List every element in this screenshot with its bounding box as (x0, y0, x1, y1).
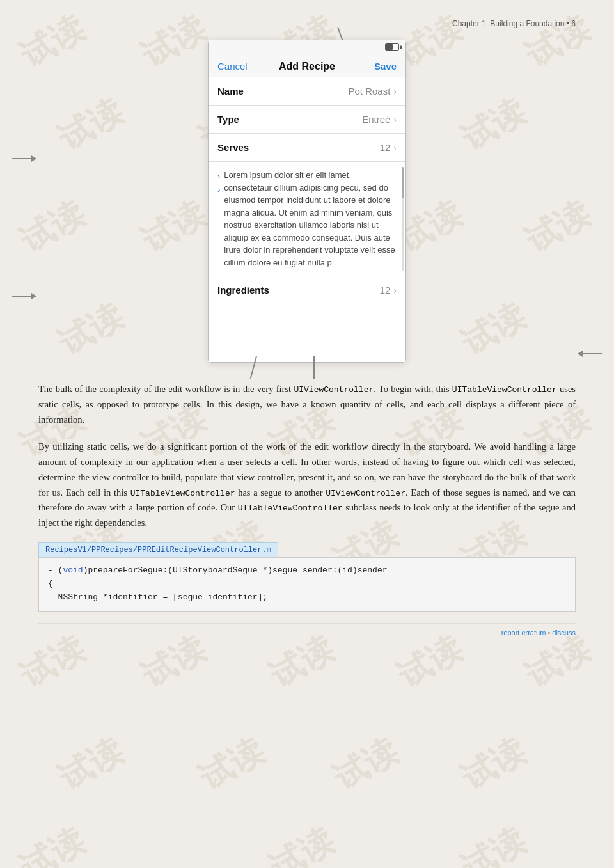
status-bar (209, 40, 405, 54)
arrow-textarea (12, 296, 36, 297)
inline-code-4: UIViewController (326, 489, 405, 498)
chevron-right-icon: › (393, 114, 397, 125)
phone-mockup-wrap: Cancel Add Recipe Save Name Pot Roast › … (38, 40, 576, 363)
text-arrows: › › (217, 169, 220, 197)
diagonal-line-bottom-center (313, 356, 315, 379)
nav-bar-title: Add Recipe (279, 61, 335, 72)
paragraph-2: By utilizing static cells, we do a signi… (38, 439, 576, 532)
arrow-right (578, 353, 602, 354)
arrow-name (12, 158, 36, 159)
name-value: Pot Roast › (348, 86, 397, 97)
serves-value: 12 › (380, 142, 397, 153)
phone-mockup: Cancel Add Recipe Save Name Pot Roast › … (208, 40, 406, 363)
chevron-right-icon: › (393, 285, 397, 296)
empty-area (209, 304, 405, 362)
ingredients-cell[interactable]: Ingredients 12 › (209, 276, 405, 304)
cancel-button[interactable]: Cancel (217, 61, 248, 72)
inline-code-1: UIViewController (294, 385, 374, 395)
chapter-title: Chapter 1. Building a Foundation • 6 (452, 19, 576, 28)
name-cell[interactable]: Name Pot Roast › (209, 77, 405, 106)
nav-bar: Cancel Add Recipe Save (209, 54, 405, 77)
type-cell[interactable]: Type Entreé › (209, 106, 405, 134)
inline-code-2: UITableViewController (452, 385, 557, 395)
description-cell[interactable]: › › Lorem ipsum dolor sit er elit lamet,… (209, 162, 405, 276)
inline-code-3: UITableViewController (130, 489, 235, 498)
ingredients-label: Ingredients (217, 285, 269, 296)
paragraph-1: The bulk of the complexity of the edit w… (38, 382, 576, 428)
small-arrow-icon-2: › (217, 184, 220, 197)
discuss-link[interactable]: discuss (552, 629, 576, 636)
type-value: Entreé › (362, 114, 397, 125)
page-footer: report erratum • discuss (38, 623, 576, 636)
ingredients-value: 12 › (380, 285, 397, 296)
code-filename: RecipesV1/PPRecipes/PPREditRecipeViewCon… (38, 542, 278, 557)
type-label: Type (217, 114, 239, 125)
chevron-right-icon: › (393, 143, 397, 153)
chapter-header: Chapter 1. Building a Foundation • 6 (38, 19, 576, 28)
small-arrow-icon: › (217, 170, 220, 184)
chevron-right-icon: › (393, 86, 397, 97)
save-button[interactable]: Save (374, 61, 397, 72)
name-label: Name (217, 86, 244, 97)
inline-code-5: UITableViewController (238, 503, 343, 513)
code-block-wrap: RecipesV1/PPRecipes/PPREditRecipeViewCon… (38, 542, 576, 611)
scroll-indicator[interactable] (402, 167, 404, 271)
description-text: Lorem ipsum dolor sit er elit lamet, con… (224, 169, 397, 269)
code-line-1: - (void)prepareForSegue:(UIStoryboardSeg… (48, 565, 388, 602)
serves-cell[interactable]: Serves 12 › (209, 134, 405, 162)
battery-icon (385, 43, 399, 51)
serves-label: Serves (217, 142, 249, 153)
page: Chapter 1. Building a Foundation • 6 (0, 0, 614, 662)
report-erratum-link[interactable]: report erratum (501, 629, 546, 636)
scroll-thumb (402, 167, 404, 198)
code-block: - (void)prepareForSegue:(UIStoryboardSeg… (38, 557, 576, 611)
